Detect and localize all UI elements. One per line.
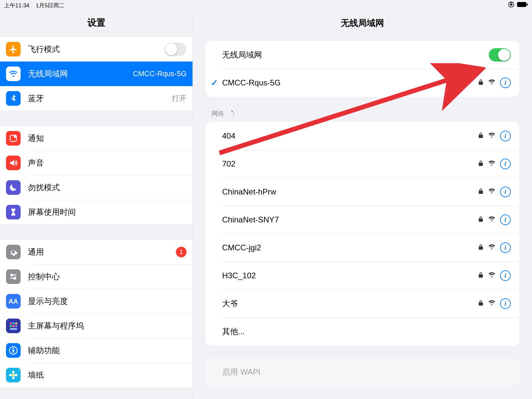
wifi-master-label: 无线局域网 xyxy=(222,50,262,60)
connected-ssid: CMCC-Rqus-5G xyxy=(222,78,281,87)
svg-rect-14 xyxy=(13,325,15,327)
wifi-strength-icon xyxy=(488,299,495,308)
lock-icon xyxy=(478,299,483,308)
svg-rect-12 xyxy=(15,323,17,325)
wifi-strength-icon xyxy=(488,271,495,280)
sidebar-item-notifications[interactable]: 通知 xyxy=(0,126,193,151)
svg-rect-13 xyxy=(10,325,12,327)
airplane-icon xyxy=(6,42,21,57)
orientation-lock-icon xyxy=(508,1,514,9)
wifi-strength-icon xyxy=(488,160,495,168)
info-icon[interactable]: i xyxy=(500,298,511,309)
accessibility-icon xyxy=(6,343,21,358)
sidebar-group-connectivity: 飞行模式 无线局域网 CMCC-Rqus-5G 蓝牙 打开 xyxy=(0,37,193,111)
svg-point-23 xyxy=(15,374,18,376)
sidebar-item-detail: 打开 xyxy=(172,93,187,103)
network-row[interactable]: CMCC-jgi2i xyxy=(205,234,519,262)
sidebar-item-homescreen[interactable]: 主屏幕与程序坞 xyxy=(0,314,193,338)
sidebar-item-airplane[interactable]: 飞行模式 xyxy=(0,37,193,62)
statusbar-time: 上午11:34 xyxy=(4,2,30,9)
moon-icon xyxy=(6,180,21,195)
sidebar-item-label: 主屏幕与程序坞 xyxy=(28,321,84,331)
lock-icon xyxy=(478,132,483,140)
other-network-row[interactable]: 其他... xyxy=(205,318,519,345)
wapi-group: 启用 WAPI xyxy=(205,358,519,386)
sidebar-title: 设置 xyxy=(0,11,193,37)
flower-icon xyxy=(6,368,21,382)
sidebar-item-screentime[interactable]: 屏幕使用时间 xyxy=(0,200,193,224)
sidebar-item-label: 声音 xyxy=(28,158,44,168)
sidebar-item-label: 屏幕使用时间 xyxy=(28,207,76,217)
sidebar-item-wifi[interactable]: 无线局域网 CMCC-Rqus-5G xyxy=(0,62,193,86)
bluetooth-icon xyxy=(6,91,21,106)
wifi-toggle-group: 无线局域网 ✓ CMCC-Rqus-5G i xyxy=(205,41,519,97)
sliders-icon xyxy=(6,269,21,284)
network-ssid: ChinaNet-SNY7 xyxy=(222,215,279,224)
gear-icon xyxy=(6,245,21,259)
info-icon[interactable]: i xyxy=(500,159,511,169)
network-ssid: CMCC-jgi2 xyxy=(222,243,261,252)
network-row[interactable]: ChinaNet-hPrwi xyxy=(205,178,519,206)
lock-icon xyxy=(478,78,483,87)
info-icon[interactable]: i xyxy=(500,187,511,197)
sidebar-item-label: 飞行模式 xyxy=(28,44,60,55)
info-icon[interactable]: i xyxy=(500,77,511,88)
settings-sidebar: 设置 飞行模式 无线局域网 CMCC-Rqus-5G xyxy=(0,11,193,399)
wifi-strength-icon xyxy=(488,215,495,224)
sidebar-item-dnd[interactable]: 勿扰模式 xyxy=(0,175,193,200)
enable-wapi-row[interactable]: 启用 WAPI xyxy=(205,358,519,386)
sidebar-item-bluetooth[interactable]: 蓝牙 打开 xyxy=(0,86,193,111)
svg-rect-15 xyxy=(15,325,17,327)
svg-rect-2 xyxy=(517,2,526,7)
battery-icon xyxy=(517,2,528,9)
wifi-strength-icon xyxy=(488,243,495,252)
network-row[interactable]: 大爷i xyxy=(205,290,519,318)
sidebar-item-general[interactable]: 通用 1 xyxy=(0,240,193,264)
wifi-master-toggle-row[interactable]: 无线局域网 xyxy=(205,41,519,69)
sidebar-item-wallpaper[interactable]: 墙纸 xyxy=(0,363,193,387)
spinner-icon xyxy=(228,110,235,117)
network-ssid: ChinaNet-hPrw xyxy=(222,187,276,197)
network-row[interactable]: 404i xyxy=(205,122,519,150)
svg-point-22 xyxy=(9,374,12,376)
wifi-connected-row[interactable]: ✓ CMCC-Rqus-5G i xyxy=(205,69,519,97)
info-icon[interactable]: i xyxy=(500,131,511,141)
svg-rect-16 xyxy=(10,328,17,330)
sidebar-item-label: 蓝牙 xyxy=(28,93,44,104)
network-ssid: H3C_102 xyxy=(222,271,256,280)
detail-title: 无线局域网 xyxy=(193,11,532,41)
info-icon[interactable]: i xyxy=(500,214,511,225)
sidebar-item-label: 墙纸 xyxy=(28,370,44,380)
lock-icon xyxy=(478,271,483,280)
sidebar-item-detail: CMCC-Rqus-5G xyxy=(133,69,187,78)
svg-rect-11 xyxy=(13,323,15,325)
airplane-toggle[interactable] xyxy=(165,43,187,56)
svg-point-21 xyxy=(12,376,15,379)
info-icon[interactable]: i xyxy=(500,242,511,253)
sidebar-item-label: 通知 xyxy=(28,133,44,144)
wifi-strength-icon xyxy=(488,132,495,140)
wifi-master-toggle[interactable] xyxy=(489,48,511,62)
info-icon[interactable]: i xyxy=(500,270,511,281)
sidebar-item-sound[interactable]: 声音 xyxy=(0,151,193,175)
network-ssid: 大爷 xyxy=(222,298,238,309)
sidebar-item-display[interactable]: AA 显示与亮度 xyxy=(0,289,193,314)
network-row[interactable]: ChinaNet-SNY7i xyxy=(205,206,519,234)
sound-icon xyxy=(6,156,21,170)
svg-rect-10 xyxy=(10,323,12,325)
grid-icon xyxy=(6,319,21,333)
sidebar-item-control-center[interactable]: 控制中心 xyxy=(0,264,193,289)
sidebar-item-accessibility[interactable]: 辅助功能 xyxy=(0,338,193,363)
sidebar-group-system: 通用 1 控制中心 AA 显示与亮度 主屏幕与程序坞 xyxy=(0,239,193,387)
sidebar-item-label: 辅助功能 xyxy=(28,345,60,356)
svg-point-5 xyxy=(14,135,17,138)
network-ssid: 702 xyxy=(222,159,235,169)
lock-icon xyxy=(478,215,483,224)
lock-icon xyxy=(478,160,483,168)
wifi-strength-icon xyxy=(488,78,495,87)
sidebar-group-alerts: 通知 声音 勿扰模式 屏幕使用时间 xyxy=(0,126,193,225)
network-row[interactable]: 702i xyxy=(205,150,519,178)
network-row[interactable]: H3C_102i xyxy=(205,262,519,290)
other-label: 其他... xyxy=(222,326,245,337)
svg-rect-3 xyxy=(527,3,528,6)
